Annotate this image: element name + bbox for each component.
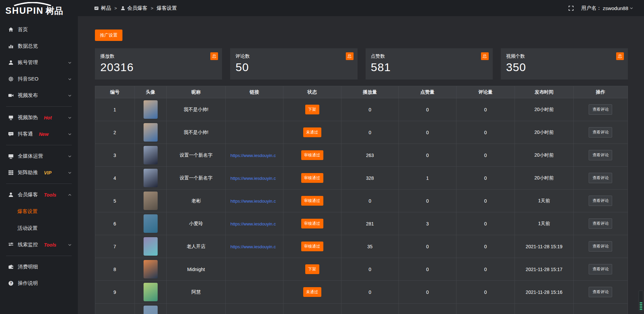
cell-avatar [135, 304, 166, 314]
sidebar-item[interactable]: 会员爆客Tools [0, 187, 78, 203]
view-comments-button[interactable]: 查看评论 [589, 218, 612, 229]
chevron-down-icon [68, 132, 72, 136]
breadcrumb-label: 爆客设置 [157, 5, 177, 11]
gear-icon [8, 76, 14, 82]
chevron-down-icon [68, 61, 72, 65]
cell-time: 20小时前 [515, 98, 574, 121]
cell-time: 20小时前 [515, 167, 574, 190]
sidebar-item[interactable]: 全媒体运营 [0, 148, 78, 164]
stat-total-badge: 总 [210, 52, 218, 60]
cell-likes: 3 [399, 212, 457, 235]
breadcrumb-item[interactable]: 会员爆客 [120, 5, 148, 11]
cell-nickname: 设置一个新名字 [166, 167, 225, 190]
sidebar-item[interactable]: ?操作说明 [0, 275, 78, 292]
cell-time [515, 304, 574, 314]
sidebar-item[interactable]: 视频发布 [0, 87, 78, 104]
user-menu[interactable]: 用户名：zswodun88 [581, 5, 633, 11]
table-header-cell: 评论量 [456, 86, 515, 98]
sidebar-subitem[interactable]: 活动设置 [0, 220, 78, 237]
video-link[interactable]: https://www.iesdouyin.c [230, 153, 276, 158]
performance-widget [639, 291, 643, 311]
sidebar-item[interactable]: 首页 [0, 21, 78, 38]
view-comments-button[interactable]: 查看评论 [589, 196, 612, 206]
sidebar-item[interactable]: 抖客通New [0, 126, 78, 142]
view-comments-button[interactable]: 查看评论 [589, 150, 612, 160]
cell-avatar [135, 144, 166, 167]
cell-nickname: 我不是小帅! [166, 98, 225, 121]
video-link[interactable]: https://www.iesdouyin.c [230, 221, 276, 226]
sidebar-item[interactable]: 线索监控Tools [0, 237, 78, 253]
cell-comments: 0 [456, 258, 515, 281]
cell-likes: 0 [399, 144, 457, 167]
stat-value: 581 [371, 61, 487, 74]
cell-link [226, 98, 283, 121]
logo-arc [13, 2, 52, 6]
video-link[interactable]: https://www.iesdouyin.c [230, 199, 276, 204]
camera-icon [8, 93, 14, 98]
breadcrumb: 树品>会员爆客>爆客设置 [94, 5, 177, 11]
logo-text-cn: 树品 [46, 5, 63, 17]
view-comments-button[interactable]: 查看评论 [589, 173, 612, 183]
wallet-icon [8, 264, 14, 270]
user-icon [120, 6, 125, 11]
view-comments-button[interactable]: 查看评论 [589, 241, 612, 252]
table-row: 6小爱玲https://www.iesdouyin.c审核通过281301天前查… [95, 212, 628, 235]
stat-total-badge: 总 [346, 52, 354, 60]
cell-avatar [135, 98, 166, 121]
sidebar-subitem[interactable]: 爆客设置 [0, 203, 78, 220]
cell-link: https://www.iesdouyin.c [226, 144, 283, 167]
cell-action: 查看评论 [573, 235, 628, 258]
avatar [144, 100, 158, 119]
chevron-down-icon [68, 77, 72, 81]
status-badge: 审核通过 [301, 150, 323, 160]
sidebar-item[interactable]: 矩阵助推VIP [0, 164, 78, 181]
cell-plays: 0 [341, 190, 399, 212]
view-comments-button[interactable]: 查看评论 [589, 127, 612, 138]
monitor-icon [8, 153, 14, 159]
stat-card: 播放数20316总 [95, 48, 222, 80]
breadcrumb-label: 会员爆客 [127, 5, 148, 11]
cell-comments: 0 [456, 212, 515, 235]
username-label: 用户名： [581, 5, 601, 11]
table-row: 2我不是小帅!未通过00020小时前查看评论 [95, 121, 628, 144]
cell-plays: 0 [341, 98, 399, 121]
fullscreen-icon[interactable] [568, 5, 574, 11]
sidebar-item-label: 账号管理 [18, 59, 38, 66]
stat-label: 评论数 [235, 53, 352, 59]
cell-link: https://www.iesdouyin.c [226, 167, 283, 190]
cell-plays [341, 304, 399, 314]
video-link[interactable]: https://www.iesdouyin.c [230, 244, 276, 249]
username-value: zswodun88 [603, 5, 628, 11]
view-comments-button[interactable]: 查看评论 [589, 287, 612, 297]
user-icon [8, 192, 14, 198]
breadcrumb-item[interactable]: 爆客设置 [157, 5, 177, 11]
table-header-cell: 点赞量 [399, 86, 457, 98]
breadcrumb-item[interactable]: 树品 [94, 5, 111, 11]
cell-id: 6 [95, 212, 135, 235]
sidebar-item[interactable]: 数据总览 [0, 38, 78, 54]
stat-label: 视频个数 [506, 53, 623, 59]
view-comments-button[interactable]: 查看评论 [589, 264, 612, 274]
sidebar-item[interactable]: 抖音SEO [0, 71, 78, 87]
cell-time: 1天前 [515, 212, 574, 235]
home-icon [8, 27, 14, 33]
cell-link: https://www.iesdouyin.c [226, 212, 283, 235]
cell-comments: 0 [456, 167, 515, 190]
sidebar-item[interactable]: 账号管理 [0, 54, 78, 71]
stat-label: 点赞数 [371, 53, 487, 59]
table-header-cell: 播放量 [341, 86, 399, 98]
sidebar-item[interactable]: 消费明细 [0, 259, 78, 275]
chevron-down-icon [68, 154, 72, 158]
video-link[interactable]: https://www.iesdouyin.c [230, 176, 276, 181]
topbar: 树品>会员爆客>爆客设置 用户名：zswodun88 [78, 0, 644, 16]
promo-settings-button[interactable]: 推广设置 [95, 30, 122, 41]
cell-nickname: 设置一个新名字 [166, 144, 225, 167]
table-row [95, 304, 628, 314]
table-row: 4设置一个新名字https://www.iesdouyin.c审核通过32810… [95, 167, 628, 190]
sidebar-item[interactable]: 视频加热Hot [0, 109, 78, 126]
stat-card: 视频个数350总 [501, 48, 628, 80]
view-comments-button[interactable]: 查看评论 [589, 104, 612, 115]
cell-id [95, 304, 135, 314]
cell-action [573, 304, 628, 314]
cell-id: 2 [95, 121, 135, 144]
